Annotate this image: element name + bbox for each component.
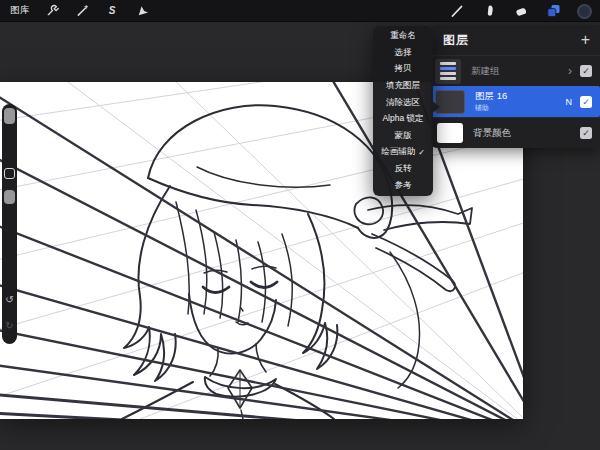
layer-visibility-checkbox[interactable]: ✓: [580, 127, 592, 139]
selection-button[interactable]: S: [104, 3, 120, 19]
menu-item-drawing-assist[interactable]: 绘画辅助 ✓: [373, 144, 433, 161]
layers-panel-header: 图层 +: [431, 25, 600, 55]
layers-icon: [546, 4, 561, 18]
adjustments-button[interactable]: [74, 3, 90, 19]
redo-button[interactable]: ↻: [2, 320, 17, 331]
layer-label: 新建组: [471, 66, 500, 76]
smudge-finger-icon: [483, 4, 496, 18]
top-toolbar: 图库 S: [0, 0, 600, 22]
menu-pointer-arrow: [431, 100, 440, 114]
menu-item-copy[interactable]: 拷贝: [373, 61, 433, 78]
layers-panel-title: 图层: [443, 32, 469, 49]
layer-options-menu: 重命名 选择 拷贝 填充图层 清除选区 Alpha 锁定 蒙版 绘画辅助 ✓ 反…: [373, 26, 433, 196]
actions-button[interactable]: [44, 3, 60, 19]
assist-badge: 辅助: [475, 103, 507, 113]
checkmark-icon: ✓: [418, 148, 425, 157]
menu-item-alpha-lock[interactable]: Alpha 锁定: [373, 111, 433, 128]
brush-button[interactable]: [449, 3, 465, 19]
cursor-arrow-icon: [136, 4, 149, 17]
layer-visibility-checkbox[interactable]: ✓: [580, 65, 592, 77]
gallery-button[interactable]: 图库: [10, 4, 30, 17]
brush-opacity-slider[interactable]: [4, 190, 15, 204]
blend-mode-button[interactable]: N: [566, 97, 573, 107]
brush-icon: [450, 4, 464, 18]
menu-item-clear-selection[interactable]: 清除选区: [373, 94, 433, 111]
modify-button[interactable]: [4, 168, 15, 179]
layer-visibility-checkbox[interactable]: ✓: [580, 96, 592, 108]
chevron-right-icon[interactable]: ›: [568, 66, 572, 76]
menu-item-rename[interactable]: 重命名: [373, 28, 433, 45]
menu-item-mask[interactable]: 蒙版: [373, 128, 433, 145]
layers-panel: 图层 + 新建组 › ✓ 图层 16 辅助 N ✓: [431, 25, 600, 148]
layer-row-selected[interactable]: 图层 16 辅助 N ✓: [431, 86, 600, 117]
menu-item-select[interactable]: 选择: [373, 45, 433, 62]
layers-button[interactable]: [545, 3, 561, 19]
smudge-button[interactable]: [481, 3, 497, 19]
layer-label: 背景颜色: [473, 128, 511, 138]
active-color-swatch[interactable]: [577, 4, 592, 19]
brush-size-slider[interactable]: [4, 108, 15, 124]
menu-item-reference[interactable]: 参考: [373, 177, 433, 194]
layer-label: 图层 16 辅助: [475, 91, 507, 113]
procreate-workspace: 图库 S: [0, 0, 600, 450]
sidebar-sliders: ↺ ↻: [2, 104, 17, 344]
wrench-icon: [46, 4, 59, 17]
layer-row-group[interactable]: 新建组 › ✓: [431, 55, 600, 86]
magic-wand-icon: [76, 4, 89, 17]
group-thumbnail: [435, 59, 461, 84]
eraser-button[interactable]: [513, 3, 529, 19]
eraser-icon: [514, 5, 528, 18]
undo-button[interactable]: ↺: [2, 294, 17, 305]
selection-s-icon: S: [109, 5, 116, 16]
menu-item-fill-layer[interactable]: 填充图层: [373, 78, 433, 95]
menu-item-invert[interactable]: 反转: [373, 161, 433, 178]
add-layer-button[interactable]: +: [581, 32, 590, 48]
layer-row-background[interactable]: 背景颜色 ✓: [431, 117, 600, 148]
background-thumbnail: [437, 123, 463, 143]
transform-button[interactable]: [134, 3, 150, 19]
